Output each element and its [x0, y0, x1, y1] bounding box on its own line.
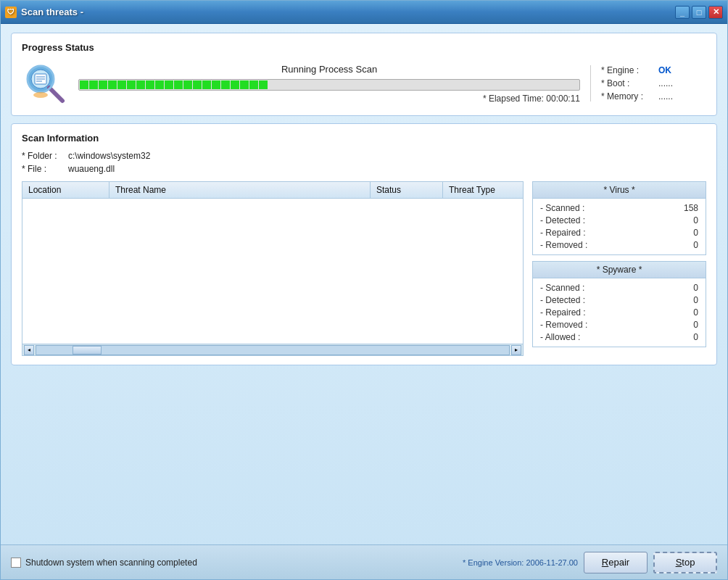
file-value: wuaueng.dll — [68, 164, 115, 174]
svg-line-2 — [49, 88, 62, 101]
scanner-icon — [22, 60, 68, 107]
scan-information-panel: Scan Information * Folder : c:\windows\s… — [11, 123, 717, 365]
col-status: Status — [371, 182, 443, 198]
main-window: 🛡 Scan threats - _ □ ✕ Progress Status — [0, 0, 728, 580]
scan-status-label: Running Process Scan — [78, 64, 580, 75]
repair-button[interactable]: Repair — [584, 552, 648, 573]
spyware-scanned-label: - Scanned : — [540, 283, 584, 293]
stop-button[interactable]: Stop — [653, 552, 717, 573]
pb8 — [146, 80, 154, 89]
memory-value: ...... — [658, 91, 673, 102]
spyware-detected-value: 0 — [693, 295, 698, 305]
progress-center: Running Process Scan — [78, 64, 580, 104]
boot-value: ...... — [658, 78, 673, 88]
pb19 — [249, 80, 258, 89]
elapsed-time: * Elapsed Time: 00:00:11 — [78, 94, 580, 104]
folder-key: * Folder : — [22, 151, 65, 161]
pb17 — [231, 80, 239, 89]
shutdown-checkbox[interactable] — [11, 558, 21, 568]
shutdown-label-text: Shutdown system when scanning completed — [25, 558, 197, 568]
table-body[interactable] — [22, 199, 523, 344]
spyware-removed: - Removed : 0 — [540, 320, 698, 330]
bottom-bar: Shutdown system when scanning completed … — [1, 544, 727, 579]
scroll-track[interactable] — [36, 345, 510, 355]
col-location: Location — [22, 182, 109, 198]
progress-right-stats: * Engine : OK * Boot : ...... * Memory :… — [590, 65, 706, 102]
memory-stat-row: * Memory : ...... — [601, 91, 706, 102]
engine-version: * Engine Version: 2006-11-27.00 — [463, 558, 578, 567]
stop-button-label: Stop — [676, 557, 695, 568]
repair-button-label: Repair — [602, 557, 629, 568]
progress-blocks — [79, 80, 579, 90]
spyware-removed-label: - Removed : — [540, 320, 587, 330]
scroll-thumb[interactable] — [73, 346, 102, 355]
scan-info-fields: * Folder : c:\windows\system32 * File : … — [22, 151, 706, 174]
spyware-allowed: - Allowed : 0 — [540, 332, 698, 342]
pb14 — [202, 80, 211, 89]
virus-scanned-value: 158 — [684, 203, 698, 213]
spyware-stats-box: * Spyware * - Scanned : 0 - Detected : 0 — [532, 261, 706, 347]
pb15 — [212, 80, 220, 89]
spyware-repaired: - Repaired : 0 — [540, 307, 698, 318]
table-scrollbar[interactable]: ◂ ▸ — [22, 344, 523, 355]
col-threat-type: Threat Type — [443, 182, 523, 198]
folder-row: * Folder : c:\windows\system32 — [22, 151, 706, 161]
col-threat-name: Threat Name — [109, 182, 371, 198]
spyware-allowed-value: 0 — [693, 332, 698, 342]
pb4 — [108, 80, 117, 89]
pb12 — [183, 80, 192, 89]
spyware-stats-body: - Scanned : 0 - Detected : 0 - Repaired … — [533, 278, 706, 347]
spyware-repaired-value: 0 — [693, 307, 698, 318]
spyware-detected: - Detected : 0 — [540, 295, 698, 305]
titlebar-left: 🛡 Scan threats - — [5, 7, 83, 18]
pb13 — [193, 80, 202, 89]
boot-stat-row: * Boot : ...... — [601, 78, 706, 88]
pb1 — [80, 80, 88, 89]
minimize-button[interactable]: _ — [675, 6, 690, 19]
spyware-scanned-value: 0 — [693, 283, 698, 293]
virus-repaired-label: - Repaired : — [540, 228, 586, 238]
virus-detected-label: - Detected : — [540, 215, 585, 225]
scroll-left-button[interactable]: ◂ — [24, 345, 34, 355]
spyware-repaired-label: - Repaired : — [540, 307, 586, 318]
virus-detected: - Detected : 0 — [540, 215, 698, 225]
virus-scanned-label: - Scanned : — [540, 203, 584, 213]
main-content: Progress Status — [1, 24, 727, 544]
pb11 — [174, 80, 183, 89]
stats-right: * Virus * - Scanned : 158 - Detected : 0 — [532, 181, 706, 356]
pb9 — [155, 80, 164, 89]
scroll-right-button[interactable]: ▸ — [511, 345, 521, 355]
virus-repaired-value: 0 — [693, 228, 698, 238]
virus-detected-value: 0 — [693, 215, 698, 225]
file-row: * File : wuaueng.dll — [22, 164, 706, 174]
virus-stats-header: * Virus * — [533, 182, 706, 199]
close-button[interactable]: ✕ — [708, 6, 723, 19]
engine-value: OK — [658, 65, 671, 75]
window-title: Scan threats - — [21, 7, 83, 17]
progress-status-panel: Progress Status — [11, 33, 717, 116]
spyware-allowed-label: - Allowed : — [540, 332, 580, 342]
maximize-button[interactable]: □ — [692, 6, 706, 19]
pb7 — [136, 80, 145, 89]
pb2 — [89, 80, 98, 89]
threats-table-container: Location Threat Name Status Threat Type … — [22, 181, 524, 356]
folder-value: c:\windows\system32 — [68, 151, 150, 161]
progress-section: Running Process Scan — [22, 60, 706, 107]
spyware-removed-value: 0 — [693, 320, 698, 330]
spyware-detected-label: - Detected : — [540, 295, 585, 305]
pb16 — [221, 80, 230, 89]
pb18 — [240, 80, 249, 89]
svg-point-8 — [33, 92, 48, 98]
file-key: * File : — [22, 164, 65, 174]
pb6 — [127, 80, 136, 89]
virus-repaired: - Repaired : 0 — [540, 228, 698, 238]
scan-information-title: Scan Information — [22, 133, 706, 144]
scan-table-area: Location Threat Name Status Threat Type … — [22, 181, 706, 356]
virus-stats-box: * Virus * - Scanned : 158 - Detected : 0 — [532, 181, 706, 255]
pb10 — [165, 80, 173, 89]
shutdown-checkbox-label[interactable]: Shutdown system when scanning completed — [11, 558, 197, 568]
pb3 — [99, 80, 107, 89]
spyware-scanned: - Scanned : 0 — [540, 283, 698, 293]
engine-label: * Engine : — [601, 65, 655, 75]
titlebar: 🛡 Scan threats - _ □ ✕ — [1, 1, 727, 24]
